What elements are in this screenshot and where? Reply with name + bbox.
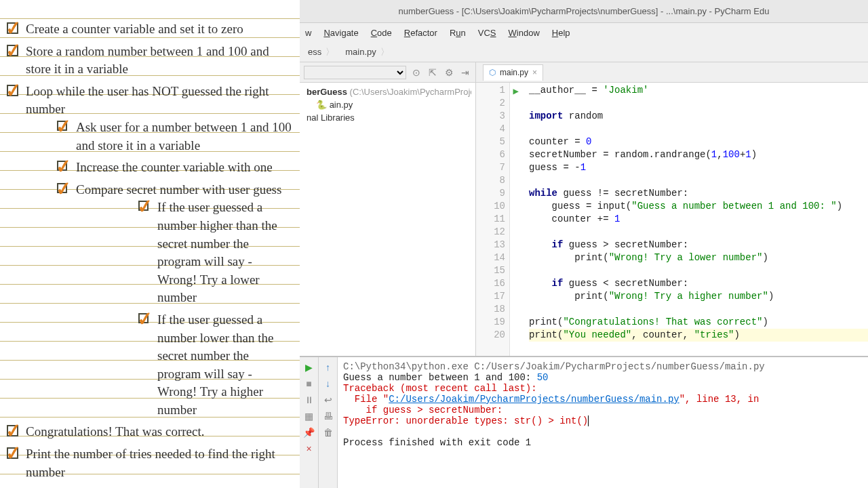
run-actions-col: ▶ ■ ⏸ ▦ 📌 × [300,357,319,488]
note-item: ✓Create a counter variable and set it to… [7,20,293,39]
settings-gear-icon[interactable]: ⚙ [443,66,455,79]
note-subsubitem: ✓If the user guessed a number lower than… [138,311,293,420]
note-subitem: ✓Increase the counter variable with one [57,159,293,177]
close-console-icon[interactable]: × [303,443,315,455]
run-tool-window: ▶ ■ ⏸ ▦ 📌 × ↑ ↓ ↩ 🖶 🗑 C:\Python34\python… [300,356,868,488]
menu-help[interactable]: Help [552,28,570,38]
stop-icon[interactable]: ■ [303,378,315,390]
editor-tab-label: main.py [500,68,528,77]
hide-icon[interactable]: ⇥ [459,66,471,79]
breadcrumb-file[interactable]: main.py [340,46,395,58]
note-item: ✓Store a random number between 1 and 100… [7,43,293,79]
soft-wrap-icon[interactable]: ↩ [322,394,334,406]
clear-all-icon[interactable]: 🗑 [322,426,334,439]
notes-list: ✓Create a counter variable and set it to… [7,20,293,481]
menu-refactor[interactable]: Refactor [404,28,437,38]
layout-icon[interactable]: ▦ [303,410,315,422]
project-view-select[interactable] [304,66,406,79]
note-item: ✓Print the number of tries needed to fin… [7,445,293,481]
run-gutter-icon[interactable]: ▶ [513,85,519,98]
breadcrumb-project[interactable]: ess [302,46,340,58]
menu-run[interactable]: Run [450,28,466,38]
project-tree-header: ⊙ ⇱ ⚙ ⇥ [300,62,475,83]
down-stack-icon[interactable]: ↓ [322,378,334,390]
menu-code[interactable]: Code [371,28,392,38]
python-file-icon: ⬡ [489,68,496,77]
ide-window: numberGuess - [C:\Users\Joakim\PycharmPr… [300,0,868,488]
editor-tab-main[interactable]: ⬡ main.py × [483,64,543,81]
rerun-icon[interactable]: ▶ [303,361,315,373]
menu-window[interactable]: Window [509,28,540,38]
sticky-notes-panel: ✓Create a counter variable and set it to… [0,0,300,488]
window-title: numberGuess - [C:\Users\Joakim\PycharmPr… [399,6,770,16]
menu-vcs[interactable]: VCS [478,28,496,38]
note-subsubitem: ✓If the user guessed a number higher tha… [138,199,293,307]
line-gutter: 1▶234567891011121314151617181920 [476,83,510,356]
code-editor[interactable]: 1▶234567891011121314151617181920 __autho… [476,83,868,356]
note-item: ✓Congratulations! That was correct. [7,423,293,441]
breadcrumb-bar: ess main.py [300,42,868,62]
collapse-all-icon[interactable]: ⇱ [427,66,439,79]
console-actions-col: ↑ ↓ ↩ 🖶 🗑 [319,357,338,488]
tree-external-libs[interactable]: nal Libraries [304,111,471,124]
close-tab-icon[interactable]: × [532,68,537,77]
note-subitem: ✓Ask user for a number between 1 and 100… [57,119,293,155]
tree-project-root[interactable]: berGuess (C:\Users\Joakim\PycharmProject… [304,85,471,98]
print-icon[interactable]: 🖶 [322,410,334,422]
code-area[interactable]: __author__ = 'Joakim' import random coun… [510,83,868,356]
up-stack-icon[interactable]: ↑ [322,361,334,373]
note-item: ✓Loop while the user has NOT guessed the… [7,83,293,420]
menu-bar: w Navigate Code Refactor Run VCS Window … [300,23,868,42]
editor-tabs-bar: ⬡ main.py × [476,62,868,83]
project-tree-panel: ⊙ ⇱ ⚙ ⇥ berGuess (C:\Users\Joakim\Pychar… [300,62,476,356]
menu-view[interactable]: w [305,28,311,38]
console-output[interactable]: C:\Python34\python.exe C:/Users/Joakim/P… [338,357,868,488]
pin-icon[interactable]: 📌 [303,426,315,439]
note-subitem: ✓Compare secret number with user guess ✓… [57,181,293,420]
scroll-from-source-icon[interactable]: ⊙ [410,66,422,79]
menu-navigate[interactable]: Navigate [323,28,358,38]
tree-file[interactable]: 🐍 ain.py [304,98,471,111]
window-title-bar: numberGuess - [C:\Users\Joakim\PycharmPr… [300,0,868,23]
pause-icon[interactable]: ⏸ [303,394,315,406]
